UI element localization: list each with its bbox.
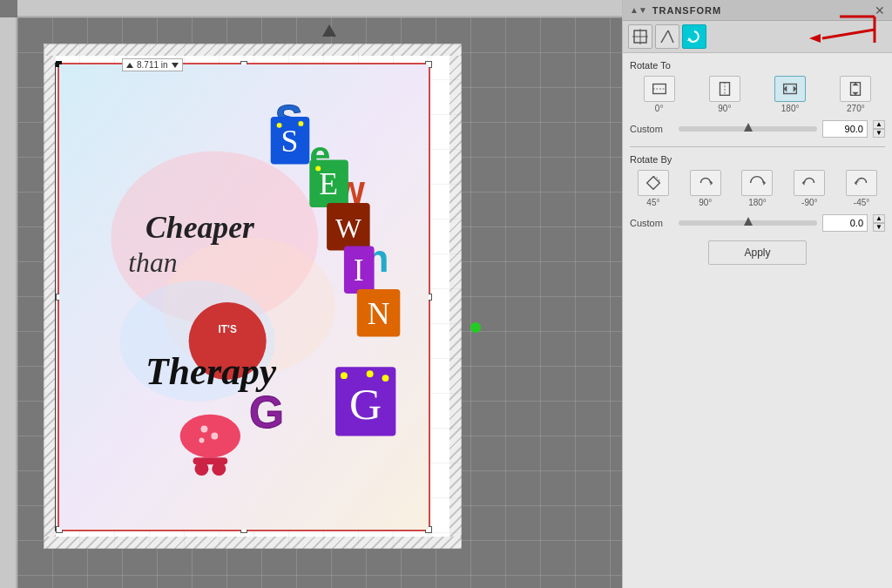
skew-tool-button[interactable] [655,24,679,49]
design-art: THERAPY S e w i n g Cheaper than IT'S Th… [59,64,429,530]
rotate-by-neg45[interactable]: -45° [846,170,877,207]
rotate-to-custom-input[interactable]: 90.0 [822,120,868,138]
rotate-by-45-label: 45° [646,198,659,207]
svg-text:W: W [335,213,362,244]
rotate-to-270-label: 270° [847,104,865,113]
svg-marker-69 [855,180,857,186]
svg-text:G: G [349,379,382,429]
rotate-to-label: Rotate To [630,60,885,71]
svg-point-21 [180,415,240,458]
rotate-by-custom-input[interactable]: 0.0 [822,214,868,232]
svg-point-45 [382,375,389,382]
svg-marker-68 [802,180,805,186]
svg-text:E: E [319,166,338,201]
svg-point-24 [199,437,204,443]
measurement-text: 8.711 in [137,60,168,70]
rotate-by-spin-up[interactable]: ▲ [873,214,885,223]
panel-titlebar: ▲▼ TRANSFORM ✕ [623,0,892,21]
svg-line-49 [661,30,668,43]
svg-marker-66 [710,180,713,186]
svg-text:I: I [354,253,364,287]
rotate-by-180[interactable]: 180° [741,170,773,207]
rotate-by-180-label: 180° [748,198,767,207]
canvas-area[interactable]: THERAPY S e w i n g Cheaper than IT'S Th… [0,0,622,588]
rotate-by-neg90-label: -90° [801,198,817,207]
rotate-to-custom-label: Custom [630,124,673,134]
rotate-by-options: 45° 90° 18 [630,170,885,207]
rotate-to-0[interactable]: 0° [644,76,675,113]
rotate-to-180[interactable]: 180° [774,76,806,113]
rotate-by-90-label: 90° [699,198,712,207]
svg-point-31 [298,121,303,126]
svg-marker-67 [764,180,767,186]
svg-point-34 [315,166,321,171]
panel-title: TRANSFORM [652,5,721,16]
rotate-to-0-label: 0° [655,104,664,113]
rotate-by-custom-row: Custom 0.0 ▲ ▼ [630,214,885,232]
rotate-to-90-label: 90° [718,104,731,113]
design-container[interactable]: THERAPY S e w i n g Cheaper than IT'S Th… [57,63,430,531]
svg-text:Cheaper: Cheaper [145,210,255,245]
rotate-by-custom-label: Custom [630,218,673,228]
measurement-label: 8.711 in [122,58,183,71]
transform-panel: ▲▼ TRANSFORM ✕ [622,0,892,588]
ruler-top [17,0,622,17]
svg-text:G: G [249,387,284,437]
rotate-to-90[interactable]: 90° [709,76,740,113]
rotate-tool-button[interactable] [682,24,706,49]
svg-text:IT'S: IT'S [219,323,237,335]
svg-line-50 [668,30,673,43]
panel-toolbar [623,21,892,53]
rotate-by-label: Rotate By [630,154,885,165]
rotate-by-spin-down[interactable]: ▼ [873,223,885,232]
svg-point-44 [367,370,374,377]
panel-content: Rotate To 0° [623,53,892,588]
divider-1 [630,146,885,147]
position-tool-button[interactable] [628,24,652,49]
left-measurement-bracket [50,63,57,531]
green-dot-anchor[interactable] [470,322,481,333]
workspace[interactable]: THERAPY S e w i n g Cheaper than IT'S Th… [17,17,622,588]
rotate-by-90[interactable]: 90° [690,170,721,207]
svg-point-30 [277,123,282,128]
rotate-to-180-label: 180° [781,104,800,113]
rotate-to-270[interactable]: 270° [840,76,871,113]
svg-rect-0 [17,0,622,17]
rotate-to-options: 0° 90° [630,76,885,113]
svg-text:N: N [368,296,390,331]
rotate-by-45[interactable]: 45° [638,170,669,207]
svg-point-23 [211,433,218,440]
rotate-to-slider[interactable] [679,126,817,132]
rotate-to-spin-down[interactable]: ▼ [873,129,885,138]
up-arrow-indicator [322,24,336,37]
rotate-by-neg45-label: -45° [854,198,869,207]
svg-point-26 [195,462,209,476]
rotate-by-spinner: ▲ ▼ [873,214,885,232]
close-button[interactable]: ✕ [875,4,885,17]
apply-button[interactable]: Apply [708,240,806,265]
rotate-by-neg90[interactable]: -90° [794,170,825,207]
rotate-to-spin-up[interactable]: ▲ [873,120,885,129]
svg-text:S: S [281,124,299,159]
rotate-to-spinner: ▲ ▼ [873,120,885,138]
ruler-left [0,17,17,588]
svg-rect-2 [0,17,17,588]
svg-point-43 [341,372,348,379]
svg-point-27 [212,462,226,476]
rotate-to-custom-row: Custom 90.0 ▲ ▼ [630,120,885,138]
svg-point-22 [200,426,207,433]
rotate-by-slider[interactable] [679,220,817,226]
svg-text:than: than [128,247,177,278]
